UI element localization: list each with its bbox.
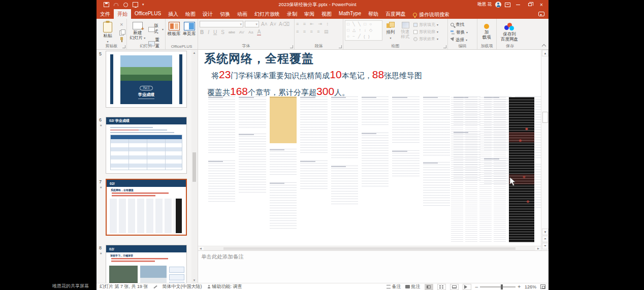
quick-styles-button[interactable]: 快速样式: [399, 20, 412, 43]
account-name[interactable]: 唯恩 花: [477, 2, 492, 8]
template-library-button[interactable]: 模板库: [167, 20, 181, 43]
strikethrough-button[interactable]: abc: [228, 30, 236, 35]
tab-design[interactable]: 设计: [199, 9, 216, 19]
tab-file[interactable]: 文件: [96, 9, 114, 19]
ribbon-display-options-icon[interactable]: [505, 3, 510, 7]
slide-canvas[interactable]: 系统网络，全程覆盖 将23门学科课本重要知识点精简成10本笔记，88张思维导图 …: [198, 50, 541, 246]
alignment-icons[interactable]: ≡ ≡ ≡ ≡ ▤: [296, 29, 341, 34]
shape-effects-button[interactable]: 形状效果▾: [413, 36, 438, 42]
close-button[interactable]: ×: [537, 1, 545, 8]
replace-icon: [450, 30, 455, 35]
bold-button[interactable]: B: [200, 30, 204, 35]
ribbon-tabs: 文件 开始 OfficePLUS 插入 绘图 设计 切换 动画 幻灯片放映 录制…: [96, 9, 549, 19]
character-spacing-button[interactable]: AV: [239, 30, 245, 35]
find-button[interactable]: 查找: [450, 22, 468, 28]
paste-button[interactable]: 粘贴 ▾: [98, 20, 117, 43]
tab-home[interactable]: 开始: [114, 9, 131, 19]
comments-toggle[interactable]: 批注: [405, 283, 421, 290]
start-slideshow-icon[interactable]: [133, 2, 138, 7]
tab-view[interactable]: 视图: [318, 9, 335, 19]
change-case-button[interactable]: Aa: [248, 30, 254, 35]
thumbnail-scrollbar[interactable]: ▲ ▼: [191, 50, 197, 283]
group-officeplus: 模板库 单页库 OfficePLUS: [166, 19, 198, 49]
grow-font-icon[interactable]: A˄: [261, 22, 268, 27]
shape-outline-button[interactable]: 形状轮廓▾: [413, 29, 438, 35]
avatar[interactable]: [495, 2, 501, 8]
tab-draw[interactable]: 绘图: [182, 9, 199, 19]
minimize-button[interactable]: [514, 1, 522, 8]
replace-button[interactable]: 替换▾: [450, 29, 468, 36]
zoom-slider[interactable]: [480, 286, 516, 287]
tab-baidu-netdisk[interactable]: 百度网盘: [382, 9, 409, 19]
tab-officeplus[interactable]: OfficePLUS: [131, 9, 165, 19]
normal-view-button[interactable]: [425, 284, 433, 290]
vertical-scrollbar[interactable]: ▲ ▼ ⏶ ⏷: [541, 50, 549, 250]
slideshow-view-button[interactable]: [463, 284, 471, 290]
zoom-out-icon[interactable]: –: [475, 284, 478, 289]
slide-5-thumbnail[interactable]: Part 3 学业成绩: [106, 51, 187, 108]
tab-help[interactable]: 帮助: [365, 9, 382, 19]
note-image: [423, 162, 450, 207]
notes-pane[interactable]: 单击此处添加备注: [198, 250, 549, 283]
tab-mathtype[interactable]: MathType: [335, 9, 365, 19]
arrange-button[interactable]: 排列 ▾: [384, 20, 397, 43]
animation-star-icon: ★: [100, 123, 102, 127]
slide-8-thumbnail[interactable]: 02/ 课前学习，云端课堂: [106, 245, 187, 283]
qat-customize-icon[interactable]: ▾: [142, 3, 144, 7]
save-icon[interactable]: [104, 2, 109, 7]
accessibility-status[interactable]: 辅助功能: 调查: [207, 283, 242, 290]
spell-check-icon[interactable]: [153, 285, 157, 288]
comments-bubble-icon[interactable]: [538, 12, 544, 16]
save-to-baidu-button[interactable]: 保存到百度网盘: [498, 20, 521, 43]
tab-slideshow[interactable]: 幻灯片放映: [251, 9, 283, 19]
group-editing: 查找 替换▾ 选择▾ 编辑: [448, 19, 477, 49]
slide-7-thumbnail[interactable]: 02/ 系统网络，全程覆盖: [106, 179, 187, 236]
zoom-in-icon[interactable]: +: [518, 284, 521, 289]
zoom-level[interactable]: 126%: [525, 284, 536, 289]
italic-button[interactable]: I: [207, 30, 210, 35]
new-slide-button[interactable]: 新建幻灯片 ▾: [128, 20, 147, 43]
font-color-button[interactable]: A: [257, 29, 262, 36]
scroll-down-icon: ▼: [542, 229, 549, 235]
format-painter-icon[interactable]: [119, 37, 125, 42]
select-button[interactable]: 选择▾: [450, 37, 468, 43]
fit-to-window-icon[interactable]: [540, 284, 545, 289]
language-indicator[interactable]: 简体中文(中国大陆): [163, 283, 202, 290]
tab-transitions[interactable]: 切换: [216, 9, 234, 19]
slide-6-thumbnail[interactable]: 02/ 学业成绩: [106, 117, 187, 174]
font-name-combo[interactable]: ▾: [200, 21, 243, 27]
slide-sorter-view-button[interactable]: [437, 284, 446, 290]
shrink-font-icon[interactable]: A˅: [270, 22, 277, 27]
notes-toggle[interactable]: 备注: [387, 283, 401, 290]
horizontal-scrollbar[interactable]: ◀ ▶: [198, 246, 541, 250]
underline-button[interactable]: U: [213, 30, 217, 35]
redo-icon[interactable]: [123, 2, 128, 7]
tab-insert[interactable]: 插入: [165, 9, 182, 19]
bullets-numbering-indent-icons[interactable]: ≡ ≡ ⇤ ⇥ ↕: [296, 21, 341, 26]
drawing-dialog-launcher[interactable]: [443, 45, 446, 48]
cut-icon[interactable]: [119, 23, 125, 28]
zoom-control[interactable]: – +: [475, 284, 521, 289]
grades-table: [110, 135, 182, 170]
addins-button[interactable]: 加载项: [479, 20, 494, 43]
copy-icon[interactable]: [119, 30, 125, 35]
undo-icon[interactable]: [113, 2, 119, 7]
page-library-button[interactable]: 单页库: [182, 20, 196, 43]
text-shadow-button[interactable]: S: [220, 30, 225, 35]
tell-me-search[interactable]: 操作说明搜索: [409, 9, 453, 19]
paragraph-dialog-launcher[interactable]: [339, 45, 342, 48]
tab-review[interactable]: 审阅: [301, 9, 318, 19]
collapse-ribbon-icon[interactable]: [542, 44, 545, 47]
clear-formatting-icon[interactable]: A⌫: [278, 22, 290, 27]
shape-fill-button[interactable]: 形状填充▾: [413, 22, 438, 27]
tab-animations[interactable]: 动画: [234, 9, 251, 19]
layout-button[interactable]: 版式▾: [148, 23, 164, 35]
clipboard-dialog-launcher[interactable]: [122, 45, 125, 48]
reading-view-button[interactable]: [450, 284, 459, 290]
tab-record[interactable]: 录制: [283, 9, 301, 19]
font-size-combo[interactable]: ▾: [245, 21, 259, 27]
shapes-gallery[interactable]: □ ╲ ╲ □ ○ □ △ ↑ ↓ ◇ ○ ~ ╱ { }: [345, 20, 382, 41]
maximize-button[interactable]: [526, 1, 534, 8]
note-image: [300, 160, 327, 190]
font-dialog-launcher[interactable]: [290, 45, 293, 48]
